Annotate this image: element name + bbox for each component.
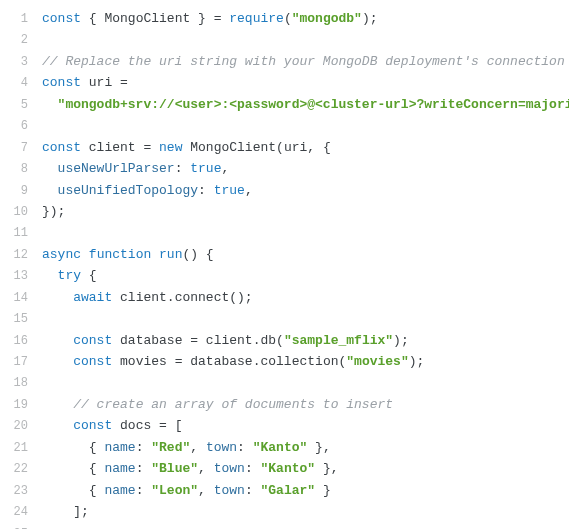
- token-reqstr: "sample_mflix": [284, 333, 393, 348]
- token-op: () {: [182, 247, 213, 262]
- token-op: ,: [221, 161, 229, 176]
- line-number: 4: [0, 74, 42, 93]
- code-content: const uri =: [42, 72, 128, 93]
- line-number: 2: [0, 31, 42, 50]
- token-kw: await: [73, 290, 112, 305]
- line-number: 1: [0, 10, 42, 29]
- token-op: client =: [81, 140, 159, 155]
- code-content: // create an array of documents to inser…: [42, 394, 393, 415]
- code-line: 21 { name: "Red", town: "Kanto" },: [0, 437, 569, 458]
- token-reqstr: "Kanto": [261, 461, 316, 476]
- line-number: 15: [0, 310, 42, 329]
- token-kw: new: [159, 140, 182, 155]
- line-number: 19: [0, 396, 42, 415]
- token-op: );: [362, 11, 378, 26]
- code-line: 6: [0, 115, 569, 136]
- code-content: await client.connect();: [42, 287, 253, 308]
- token-op: :: [237, 440, 253, 455]
- line-number: 8: [0, 160, 42, 179]
- line-number: 9: [0, 182, 42, 201]
- token-kw: const: [42, 11, 81, 26]
- code-content: const database = client.db("sample_mflix…: [42, 330, 409, 351]
- token-op: [81, 247, 89, 262]
- token-op: :: [245, 461, 261, 476]
- token-op: );: [393, 333, 409, 348]
- code-content: try {: [42, 265, 97, 286]
- code-content: [42, 115, 50, 136]
- token-op: [42, 161, 58, 176]
- code-content: const movies = database.collection("movi…: [42, 351, 424, 372]
- code-line: 1const { MongoClient } = require("mongod…: [0, 8, 569, 29]
- line-number: 23: [0, 482, 42, 501]
- code-line: 23 { name: "Leon", town: "Galar" }: [0, 480, 569, 501]
- token-prop: town: [214, 483, 245, 498]
- line-number: 16: [0, 332, 42, 351]
- token-reqstr: "mongodb+srv://<user>:<password>@<cluste…: [58, 97, 569, 112]
- token-reqstr: "mongodb": [292, 11, 362, 26]
- code-line: 17 const movies = database.collection("m…: [0, 351, 569, 372]
- token-op: [151, 247, 159, 262]
- code-content: const client = new MongoClient(uri, {: [42, 137, 331, 158]
- code-line: 9 useUnifiedTopology: true,: [0, 180, 569, 201]
- code-line: 5 "mongodb+srv://<user>:<password>@<clus…: [0, 94, 569, 115]
- token-op: :: [245, 483, 261, 498]
- token-op: (uri, {: [276, 140, 331, 155]
- token-op: [42, 183, 58, 198]
- code-content: async function run() {: [42, 244, 214, 265]
- token-op: :: [198, 183, 214, 198]
- token-op: ,: [190, 440, 206, 455]
- token-cls: MongoClient: [104, 11, 190, 26]
- line-number: 14: [0, 289, 42, 308]
- token-fn: require: [229, 11, 284, 26]
- line-number: 17: [0, 353, 42, 372]
- code-content: "mongodb+srv://<user>:<password>@<cluste…: [42, 94, 569, 115]
- code-line: 19 // create an array of documents to in…: [0, 394, 569, 415]
- code-content: [42, 222, 50, 243]
- code-line: 11: [0, 222, 569, 243]
- token-prop: town: [206, 440, 237, 455]
- code-line: 10});: [0, 201, 569, 222]
- line-number: 12: [0, 246, 42, 265]
- code-content: [42, 308, 50, 329]
- line-number: 7: [0, 139, 42, 158]
- token-op: );: [409, 354, 425, 369]
- token-reqstr: "Kanto": [253, 440, 308, 455]
- token-prop: town: [214, 461, 245, 476]
- token-op: },: [307, 440, 330, 455]
- code-line: 25: [0, 523, 569, 530]
- line-number: 20: [0, 417, 42, 436]
- code-line: 14 await client.connect();: [0, 287, 569, 308]
- code-line: 13 try {: [0, 265, 569, 286]
- token-cls: MongoClient: [190, 140, 276, 155]
- token-op: (: [276, 333, 284, 348]
- line-number: 11: [0, 224, 42, 243]
- code-content: [42, 523, 50, 530]
- line-number: 5: [0, 96, 42, 115]
- line-number: 10: [0, 203, 42, 222]
- token-op: [42, 397, 73, 412]
- code-content: const docs = [: [42, 415, 182, 436]
- code-content: { name: "Blue", town: "Kanto" },: [42, 458, 339, 479]
- token-op: {: [81, 11, 104, 26]
- token-prop: useUnifiedTopology: [58, 183, 198, 198]
- code-content: // Replace the uri string with your Mong…: [42, 51, 569, 72]
- token-op: database = client.: [112, 333, 260, 348]
- token-prop: useNewUrlParser: [58, 161, 175, 176]
- token-op: :: [175, 161, 191, 176]
- token-kw: const: [42, 140, 81, 155]
- token-bool: true: [190, 161, 221, 176]
- token-op: client.: [112, 290, 174, 305]
- token-op: {: [42, 461, 104, 476]
- line-number: 18: [0, 374, 42, 393]
- token-reqstr: "Galar": [261, 483, 316, 498]
- token-cls: collection: [260, 354, 338, 369]
- token-kw: async: [42, 247, 81, 262]
- code-line: 15: [0, 308, 569, 329]
- token-op: (: [284, 11, 292, 26]
- code-content: { name: "Red", town: "Kanto" },: [42, 437, 331, 458]
- token-op: });: [42, 204, 65, 219]
- code-line: 7const client = new MongoClient(uri, {: [0, 137, 569, 158]
- line-number: 24: [0, 503, 42, 522]
- code-content: ];: [42, 501, 89, 522]
- code-line: 20 const docs = [: [0, 415, 569, 436]
